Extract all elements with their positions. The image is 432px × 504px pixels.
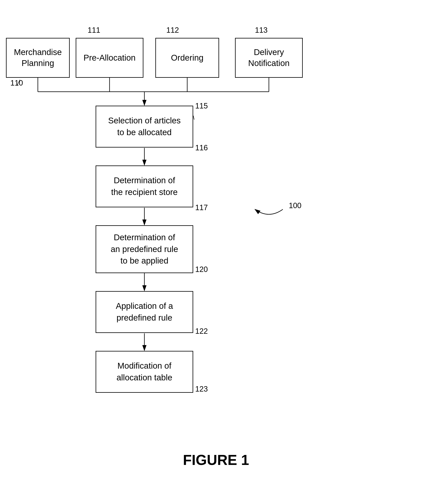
ref-112: 112 [166,26,179,35]
pre-allocation-label: Pre-Allocation [83,53,135,63]
modification-table-box: Modification ofallocation table [95,351,193,393]
delivery-notification-box: Delivery Notification [235,38,303,78]
figure-label: FIGURE 1 [183,452,249,468]
ordering-box: Ordering [155,38,219,78]
ref-100: 100 [289,201,301,210]
ref-110: 110 [10,79,23,87]
ref-120: 120 [195,265,208,274]
ref-111: 111 [88,26,100,35]
selection-articles-label: Selection of articlesto be allocated [108,115,181,138]
determination-store-box: Determination ofthe recipient store [95,165,193,207]
svg-line-11 [193,116,194,120]
merchandise-planning-box: Merchandise Planning [6,38,70,78]
delivery-notification-label: Delivery Notification [236,47,302,69]
pre-allocation-box: Pre-Allocation [76,38,143,78]
ref-123: 123 [195,385,208,393]
application-rule-box: Application of apredefined rule [95,291,193,333]
determination-store-label: Determination ofthe recipient store [111,175,178,198]
ref-115: 115 [195,102,208,110]
ref-116: 116 [195,144,208,152]
merchandise-planning-label: Merchandise Planning [7,47,69,69]
ref-122: 122 [195,327,208,335]
determination-rule-box: Determination ofan predefined ruleto be … [95,225,193,273]
ordering-label: Ordering [171,53,203,63]
determination-rule-label: Determination ofan predefined ruleto be … [111,232,178,267]
modification-table-label: Modification ofallocation table [117,360,172,384]
ref-113: 113 [255,26,268,35]
diagram-container: Merchandise Planning Pre-Allocation Orde… [0,0,432,504]
ref-117: 117 [195,203,208,212]
selection-articles-box: Selection of articlesto be allocated [95,106,193,148]
application-rule-label: Application of apredefined rule [116,300,173,324]
